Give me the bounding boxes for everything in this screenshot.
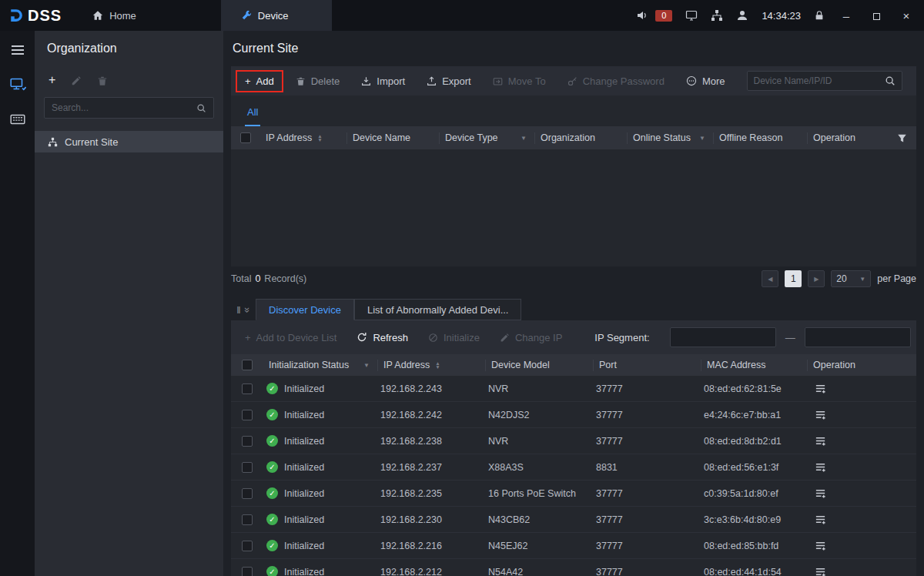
discover-table-row[interactable]: ✓ Initialized 192.168.2.216 N45EJ62 3777… bbox=[231, 533, 916, 559]
row-checkbox[interactable] bbox=[242, 436, 253, 447]
add-to-list-icon[interactable] bbox=[815, 566, 826, 576]
row-checkbox[interactable] bbox=[242, 567, 253, 576]
add-to-list-icon[interactable] bbox=[815, 540, 826, 551]
discover-table-row[interactable]: ✓ Initialized 192.168.2.242 N42DJS2 3777… bbox=[231, 402, 916, 428]
current-page[interactable]: 1 bbox=[785, 270, 802, 287]
chevron-down-icon[interactable]: ▼ bbox=[521, 135, 534, 142]
refresh-button[interactable]: Refresh bbox=[357, 332, 408, 343]
discover-table-header: Initialization Status ▼ IP Address ▲▼ De… bbox=[231, 354, 916, 376]
move-to-button[interactable]: Move To bbox=[493, 75, 546, 87]
discover-table-row[interactable]: ✓ Initialized 192.168.2.230 N43CB62 3777… bbox=[231, 507, 916, 533]
menu-icon[interactable] bbox=[12, 43, 24, 57]
minimize-icon[interactable]: – bbox=[838, 9, 855, 22]
add-to-list-icon[interactable] bbox=[815, 383, 826, 394]
discover-table-row[interactable]: ✓ Initialized 192.168.2.237 X88A3S 8831 … bbox=[231, 454, 916, 481]
change-password-button-label: Change Password bbox=[583, 75, 665, 87]
tab-abnormally-added[interactable]: List of Abnormally Added Devi... bbox=[354, 299, 522, 320]
column-device-type[interactable]: Device Type▼ bbox=[439, 132, 534, 144]
chevron-down-icon[interactable]: ▼ bbox=[363, 362, 377, 369]
column-initialization-status[interactable]: Initialization Status ▼ bbox=[263, 360, 377, 371]
add-to-list-icon[interactable] bbox=[815, 514, 826, 525]
initialized-check-icon: ✓ bbox=[266, 383, 278, 394]
tab-all[interactable]: All bbox=[245, 106, 260, 126]
initialize-button[interactable]: Initialize bbox=[428, 332, 480, 343]
change-ip-button[interactable]: Change IP bbox=[500, 332, 562, 343]
titlebar-right: 0 14:34:23 – × bbox=[636, 0, 924, 31]
device-search-input[interactable] bbox=[754, 75, 881, 86]
row-ip-address: 192.168.2.237 bbox=[377, 462, 485, 473]
more-button[interactable]: More bbox=[686, 75, 725, 87]
select-all-checkbox[interactable] bbox=[240, 132, 251, 143]
row-mac-address: 08:ed:ed:44:1d:54 bbox=[701, 567, 807, 576]
organization-title: Organization bbox=[35, 31, 223, 66]
chevron-down-icon[interactable]: ▼ bbox=[699, 135, 713, 142]
tab-discover-device[interactable]: Discover Device bbox=[256, 299, 354, 320]
ip-segment-start-input[interactable] bbox=[670, 327, 776, 347]
next-page-button[interactable]: ▶ bbox=[808, 270, 825, 287]
filter-icon[interactable] bbox=[897, 132, 916, 143]
ip-segment-end-input[interactable] bbox=[805, 327, 911, 347]
close-icon[interactable]: × bbox=[898, 9, 915, 22]
tab-home[interactable]: Home bbox=[72, 0, 156, 31]
add-to-list-icon[interactable] bbox=[815, 487, 826, 499]
key-icon bbox=[567, 76, 578, 86]
row-checkbox[interactable] bbox=[242, 541, 253, 551]
speaker-icon[interactable] bbox=[636, 9, 648, 22]
row-checkbox[interactable] bbox=[242, 462, 253, 473]
column-operation: Operation bbox=[807, 360, 916, 371]
change-password-button[interactable]: Change Password bbox=[567, 75, 665, 87]
tree-item-current-site[interactable]: Current Site bbox=[35, 131, 223, 152]
trash-icon bbox=[296, 76, 306, 86]
user-icon[interactable] bbox=[736, 9, 748, 22]
add-to-list-icon[interactable] bbox=[815, 435, 826, 447]
sitemap-icon[interactable] bbox=[711, 9, 723, 22]
row-checkbox[interactable] bbox=[242, 488, 253, 499]
column-ip-address[interactable]: IP Address ▲▼ bbox=[377, 360, 485, 371]
monitor-icon[interactable] bbox=[685, 9, 698, 22]
refresh-button-label: Refresh bbox=[373, 332, 408, 343]
discover-table-row[interactable]: ✓ Initialized 192.168.2.212 N54A42 37777… bbox=[231, 559, 916, 576]
tab-device[interactable]: Device bbox=[221, 0, 332, 31]
sort-icon[interactable]: ▲▼ bbox=[435, 361, 440, 369]
organization-search-input[interactable] bbox=[52, 102, 192, 113]
row-checkbox[interactable] bbox=[242, 383, 253, 394]
keyboard-icon[interactable] bbox=[9, 111, 26, 128]
prev-page-button[interactable]: ◀ bbox=[762, 270, 778, 287]
add-to-device-list-button[interactable]: + Add to Device List bbox=[245, 332, 336, 343]
add-organization-icon[interactable]: + bbox=[49, 74, 55, 86]
add-button[interactable]: + Add bbox=[245, 75, 274, 87]
collapse-panel-control[interactable]: ‖ » bbox=[231, 299, 256, 320]
row-port: 37777 bbox=[593, 410, 701, 420]
delete-organization-icon[interactable] bbox=[97, 74, 108, 86]
column-ip-address[interactable]: IP Address ▲▼ bbox=[260, 132, 346, 144]
per-page-label: per Page bbox=[877, 273, 916, 284]
select-all-checkbox[interactable] bbox=[242, 360, 253, 370]
row-checkbox[interactable] bbox=[242, 410, 253, 420]
maximize-icon[interactable] bbox=[868, 9, 885, 22]
add-to-list-icon[interactable] bbox=[815, 409, 826, 420]
row-ip-address: 192.168.2.216 bbox=[377, 541, 485, 551]
organization-search bbox=[44, 97, 214, 119]
export-button[interactable]: Export bbox=[427, 75, 471, 87]
device-tabstrip: All bbox=[231, 95, 916, 126]
add-to-list-icon[interactable] bbox=[815, 461, 826, 473]
sort-icon[interactable]: ▲▼ bbox=[317, 134, 322, 142]
dss-logo: DSS bbox=[0, 0, 72, 31]
search-icon[interactable] bbox=[885, 75, 896, 86]
search-icon[interactable] bbox=[196, 103, 206, 113]
page-size-select[interactable]: 20 ▼ bbox=[831, 270, 871, 287]
discover-table-row[interactable]: ✓ Initialized 192.168.2.235 16 Ports PoE… bbox=[231, 481, 916, 507]
row-device-model: N54A42 bbox=[485, 567, 593, 576]
discover-table-row[interactable]: ✓ Initialized 192.168.2.238 NVR 37777 08… bbox=[231, 428, 916, 454]
import-button[interactable]: Import bbox=[361, 75, 405, 87]
edit-organization-icon[interactable] bbox=[71, 74, 82, 86]
device-manager-icon[interactable] bbox=[9, 75, 26, 92]
row-checkbox[interactable] bbox=[242, 514, 253, 525]
lock-icon[interactable] bbox=[814, 10, 825, 21]
discover-table-row[interactable]: ✓ Initialized 192.168.2.243 NVR 37777 08… bbox=[231, 376, 916, 402]
column-online-status[interactable]: Online Status▼ bbox=[627, 132, 713, 144]
delete-button[interactable]: Delete bbox=[296, 75, 340, 87]
tab-device-label: Device bbox=[258, 10, 289, 22]
dss-logo-text: DSS bbox=[28, 7, 62, 25]
notification-badge[interactable]: 0 bbox=[655, 10, 672, 22]
